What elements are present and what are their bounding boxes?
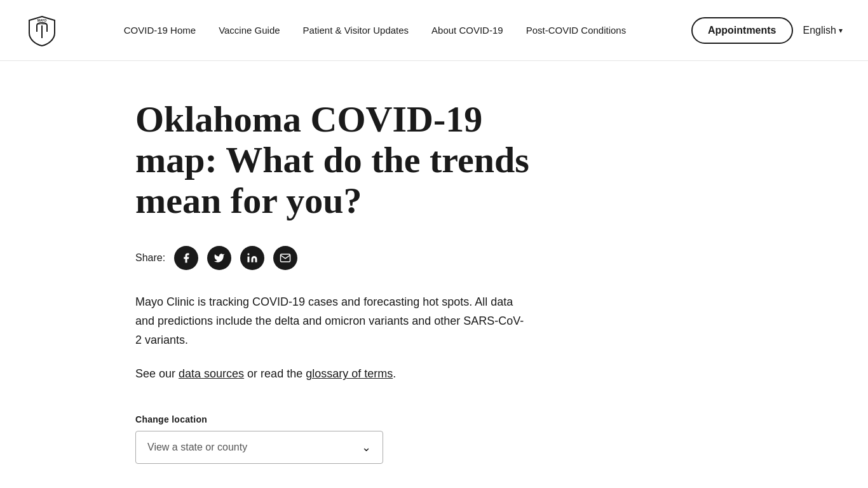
facebook-share-button[interactable] (174, 246, 198, 270)
share-row: Share: (135, 246, 758, 270)
location-chevron-down-icon: ⌄ (362, 440, 371, 454)
page-title: Oklahoma COVID-19 map: What do the trend… (135, 99, 542, 220)
links-text-pre: See our (135, 367, 179, 380)
location-select-placeholder: View a state or county (147, 442, 247, 453)
header-right: Appointments English ▾ (691, 17, 843, 44)
glossary-link[interactable]: glossary of terms (306, 367, 393, 380)
language-label: English (803, 25, 836, 36)
share-label: Share: (135, 252, 165, 264)
mayo-clinic-logo-icon: MAYO CLINIC (25, 14, 58, 47)
site-header: MAYO CLINIC COVID-19 Home Vaccine Guide … (0, 0, 868, 61)
nav-patient-visitor[interactable]: Patient & Visitor Updates (303, 25, 409, 36)
nav-vaccine-guide[interactable]: Vaccine Guide (219, 25, 280, 36)
language-selector[interactable]: English ▾ (803, 25, 843, 36)
svg-text:CLINIC: CLINIC (37, 22, 46, 25)
twitter-icon (214, 252, 225, 264)
location-select-dropdown[interactable]: View a state or county ⌄ (135, 431, 383, 464)
appointments-button[interactable]: Appointments (691, 17, 793, 44)
twitter-share-button[interactable] (207, 246, 231, 270)
linkedin-share-button[interactable] (240, 246, 264, 270)
change-location-label: Change location (135, 414, 758, 424)
change-location-section: Change location View a state or county ⌄ (135, 414, 758, 464)
nav-about-covid[interactable]: About COVID-19 (431, 25, 503, 36)
main-nav: COVID-19 Home Vaccine Guide Patient & Vi… (58, 25, 691, 36)
logo[interactable]: MAYO CLINIC (25, 14, 58, 47)
facebook-icon (180, 252, 192, 264)
main-content: Oklahoma COVID-19 map: What do the trend… (85, 61, 783, 488)
nav-post-covid[interactable]: Post-COVID Conditions (526, 25, 627, 36)
links-text-mid: or read the (244, 367, 306, 380)
email-icon (280, 252, 291, 264)
links-text: See our data sources or read the glossar… (135, 365, 529, 384)
body-text: Mayo Clinic is tracking COVID-19 cases a… (135, 293, 529, 349)
nav-covid-home[interactable]: COVID-19 Home (124, 25, 196, 36)
language-chevron-down-icon: ▾ (839, 26, 843, 35)
linkedin-icon (247, 252, 258, 264)
email-share-button[interactable] (273, 246, 297, 270)
links-text-post: . (393, 367, 396, 380)
svg-point-5 (248, 254, 250, 255)
data-sources-link[interactable]: data sources (179, 367, 244, 380)
